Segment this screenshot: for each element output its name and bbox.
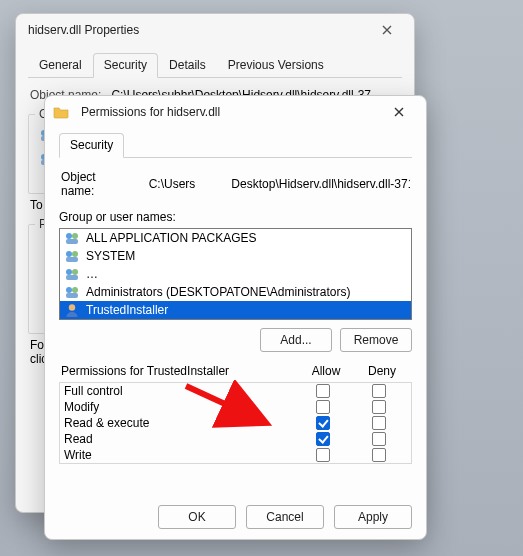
group-icon (64, 266, 80, 282)
tab-details[interactable]: Details (158, 53, 217, 78)
permission-row: Write (60, 447, 411, 463)
person-icon (64, 302, 80, 318)
permission-name: Write (64, 448, 295, 462)
allow-checkbox[interactable] (316, 384, 330, 398)
remove-button[interactable]: Remove (340, 328, 412, 352)
svg-point-9 (66, 251, 72, 257)
permission-row: Read (60, 431, 411, 447)
allow-checkbox[interactable] (316, 432, 330, 446)
tab-previous-versions[interactable]: Previous Versions (217, 53, 335, 78)
svg-point-12 (66, 269, 72, 275)
cancel-button[interactable]: Cancel (246, 505, 324, 529)
principal-label: ALL APPLICATION PACKAGES (86, 231, 257, 245)
principal-label: SYSTEM (86, 249, 135, 263)
tab-security[interactable]: Security (93, 53, 158, 78)
svg-rect-11 (66, 257, 78, 262)
svg-rect-17 (66, 293, 78, 298)
principals-listbox[interactable]: ALL APPLICATION PACKAGESSYSTEM…Administr… (59, 228, 412, 320)
close-button[interactable] (368, 16, 406, 44)
object-name-row: Object name: C:\Users Desktop\Hidserv.dl… (59, 166, 412, 202)
svg-point-6 (66, 233, 72, 239)
allow-checkbox[interactable] (316, 416, 330, 430)
allow-checkbox[interactable] (316, 400, 330, 414)
group-label: Group or user names: (59, 210, 412, 224)
dialog-buttons: OK Cancel Apply (45, 495, 426, 539)
permissions-dialog: Permissions for hidserv.dll Security Obj… (44, 95, 427, 540)
principal-row[interactable]: ALL APPLICATION PACKAGES (60, 229, 411, 247)
principal-label: TrustedInstaller (86, 303, 168, 317)
close-icon (382, 25, 392, 35)
tab-general[interactable]: General (28, 53, 93, 78)
tab-security[interactable]: Security (59, 133, 124, 158)
permission-name: Read (64, 432, 295, 446)
permissions-caption: Permissions for TrustedInstaller (61, 364, 298, 378)
svg-point-13 (72, 269, 78, 275)
folder-icon (53, 104, 69, 120)
permission-row: Modify (60, 399, 411, 415)
tabs: Security (59, 132, 412, 158)
svg-point-18 (69, 304, 75, 310)
titlebar: hidserv.dll Properties (16, 14, 414, 46)
object-name-label: Object name: (61, 170, 131, 198)
client-area: Security Object name: C:\Users Desktop\H… (45, 128, 426, 476)
permission-name: Modify (64, 400, 295, 414)
principal-label: Administrators (DESKTOPATONE\Administrat… (86, 285, 351, 299)
principal-row[interactable]: … (60, 265, 411, 283)
deny-checkbox[interactable] (372, 400, 386, 414)
principal-row[interactable]: TrustedInstaller (60, 301, 411, 319)
svg-point-16 (72, 287, 78, 293)
col-deny: Deny (354, 364, 410, 378)
svg-point-7 (72, 233, 78, 239)
object-name-value-left: C:\Users (149, 177, 196, 191)
group-icon (64, 248, 80, 264)
object-name-value-right: Desktop\Hidserv.dll\hidserv.dll-371 (231, 177, 410, 191)
group-icon (64, 284, 80, 300)
svg-rect-14 (66, 275, 78, 280)
ok-button[interactable]: OK (158, 505, 236, 529)
principal-row[interactable]: SYSTEM (60, 247, 411, 265)
permissions-table: Full controlModifyRead & executeReadWrit… (59, 382, 412, 464)
col-allow: Allow (298, 364, 354, 378)
deny-checkbox[interactable] (372, 432, 386, 446)
permission-name: Read & execute (64, 416, 295, 430)
permission-name: Full control (64, 384, 295, 398)
add-button[interactable]: Add... (260, 328, 332, 352)
deny-checkbox[interactable] (372, 384, 386, 398)
close-icon (394, 107, 404, 117)
principal-row[interactable]: Administrators (DESKTOPATONE\Administrat… (60, 283, 411, 301)
principal-label: … (86, 267, 98, 281)
label-to: To (30, 198, 43, 212)
permissions-header: Permissions for TrustedInstaller Allow D… (59, 362, 412, 382)
group-icon (64, 230, 80, 246)
apply-button[interactable]: Apply (334, 505, 412, 529)
tabs: General Security Details Previous Versio… (28, 52, 402, 78)
svg-point-10 (72, 251, 78, 257)
svg-rect-8 (66, 239, 78, 244)
close-button[interactable] (380, 98, 418, 126)
window-title: Permissions for hidserv.dll (77, 105, 372, 119)
deny-checkbox[interactable] (372, 448, 386, 462)
permission-row: Full control (60, 383, 411, 399)
titlebar: Permissions for hidserv.dll (45, 96, 426, 128)
allow-checkbox[interactable] (316, 448, 330, 462)
window-title: hidserv.dll Properties (24, 23, 360, 37)
svg-point-15 (66, 287, 72, 293)
deny-checkbox[interactable] (372, 416, 386, 430)
permission-row: Read & execute (60, 415, 411, 431)
